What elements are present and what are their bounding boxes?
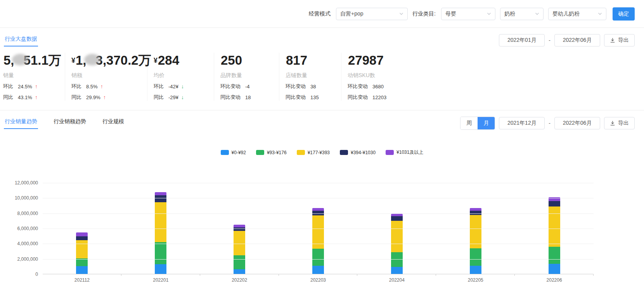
tab-industry-sales-volume-trend[interactable]: 行业销量趋势 (4, 117, 38, 129)
trend-arrow-icon: ↑ (35, 83, 38, 89)
category-level2-select[interactable]: 奶粉 (500, 8, 544, 20)
bar-segment (155, 242, 166, 264)
bar-segment (76, 232, 88, 236)
trend-header: 行业销量趋势 行业销额趋势 行业规模 周 月 2021年12月 - 2022年0… (0, 117, 644, 130)
kpi-label: 销量 (3, 72, 65, 79)
kpi-metric: 环比24.5%↑ (3, 83, 65, 90)
censor-blur (12, 54, 28, 65)
kpi-brand-count: 250 品牌数量 环比变动-4 同比变动18 (214, 53, 279, 101)
bar-segment (155, 264, 166, 274)
legend-item[interactable]: ¥0-¥92 (221, 150, 246, 155)
chevron-down-icon (399, 12, 403, 16)
trend-section: 行业销量趋势 行业销额趋势 行业规模 周 月 2021年12月 - 2022年0… (0, 110, 644, 289)
bar-segment (234, 227, 245, 231)
kpi-metric: 环比变动-4 (220, 83, 279, 90)
y-axis-label: 12,000,000 (0, 180, 38, 186)
trend-export-button[interactable]: 导出 (604, 117, 635, 129)
kpi-label: 店铺数量 (286, 72, 341, 79)
legend-label: ¥93-¥176 (267, 150, 287, 155)
overview-end-date-input[interactable]: 2022年06月 (554, 34, 600, 46)
stacked-bar (234, 225, 245, 274)
trend-end-date-input[interactable]: 2022年06月 (554, 117, 600, 129)
kpi-value: 27987 (348, 53, 466, 70)
bar-segment (391, 216, 403, 221)
legend-label: ¥0-¥92 (232, 150, 246, 155)
bar-segment (312, 249, 324, 266)
category-level1-select[interactable]: 母婴 (441, 8, 495, 20)
filter-bar: 经营模式 自营+pop 行业类目: 母婴 奶粉 婴幼儿奶粉 确定 (0, 0, 644, 28)
x-axis-label: 202112 (43, 277, 121, 283)
kpi-value: 5,51.1万 (3, 53, 65, 70)
overview-export-button[interactable]: 导出 (604, 34, 635, 46)
tab-industry-sales-amount-trend[interactable]: 行业销额趋势 (53, 117, 87, 129)
x-axis-label: 202201 (121, 277, 200, 283)
category-level2-value: 奶粉 (504, 10, 515, 17)
kpi-label: 动销SKU数 (348, 72, 466, 79)
legend-item[interactable]: ¥1031及以上 (386, 149, 423, 156)
bar-segment (76, 240, 88, 258)
kpi-active-sku-count: 27987 动销SKU数 环比变动3680 同比变动12203 (341, 53, 466, 101)
y-axis: 02,000,0004,000,0006,000,0008,000,00010,… (0, 183, 38, 274)
legend-color-chip (256, 150, 264, 155)
stacked-bar (549, 197, 560, 274)
category-level3-select[interactable]: 婴幼儿奶粉 (548, 8, 606, 20)
gridline (43, 183, 594, 183)
legend-item[interactable]: ¥394-¥1030 (340, 150, 376, 155)
category-label: 行业类目: (412, 10, 436, 17)
kpi-metric: 同比-29¥↓ (154, 94, 214, 101)
bar-segment (76, 266, 88, 274)
kpi-metric: 同比43.1%↑ (3, 94, 65, 101)
business-mode-select[interactable]: 自营+pop (336, 8, 408, 20)
kpi-value: 817 (286, 53, 341, 70)
bar-segment (155, 195, 166, 202)
toggle-month[interactable]: 月 (478, 117, 495, 129)
export-label: 导出 (618, 120, 629, 127)
confirm-button[interactable]: 确定 (613, 7, 635, 21)
bar-segment (312, 266, 324, 274)
x-axis-label: 202202 (200, 277, 279, 283)
kpi-value: ¥284 (154, 53, 214, 70)
tab-industry-overview[interactable]: 行业大盘数据 (4, 34, 38, 46)
bar-segment (470, 266, 481, 274)
kpi-sales-amount: ¥1,3,370.2万 销额 环比8.5%↑ 同比29.9%↑ (65, 53, 147, 101)
kpi-metric: 同比变动12203 (348, 94, 466, 101)
gridline (43, 213, 594, 214)
bar-segment (391, 267, 403, 274)
stacked-bar (470, 208, 481, 274)
sales-trend-chart: ¥0-¥92¥93-¥176¥177-¥393¥394-¥1030¥1031及以… (0, 149, 644, 289)
kpi-metric: 环比变动3680 (348, 83, 466, 90)
toggle-week[interactable]: 周 (460, 117, 478, 129)
tab-industry-scale[interactable]: 行业规模 (102, 117, 125, 129)
chart-legend: ¥0-¥92¥93-¥176¥177-¥393¥394-¥1030¥1031及以… (0, 149, 644, 156)
stacked-bar (155, 192, 166, 274)
bar-segment (155, 192, 166, 196)
legend-color-chip (297, 150, 305, 155)
gridline (43, 244, 594, 244)
kpi-label: 均价 (154, 72, 214, 79)
bar-segment (234, 231, 245, 255)
overview-start-date-input[interactable]: 2022年01月 (499, 34, 545, 46)
kpi-metric: 同比变动18 (220, 94, 279, 101)
legend-item[interactable]: ¥93-¥176 (256, 150, 287, 155)
export-label: 导出 (618, 37, 629, 44)
trend-start-date-input[interactable]: 2021年12月 (499, 117, 545, 129)
gridline (43, 259, 594, 260)
download-icon (610, 120, 615, 126)
bar-segment (312, 208, 324, 211)
plot-area: 2021122022012022022022032022042022052022… (43, 183, 594, 274)
kpi-label: 品牌数量 (220, 72, 279, 79)
censor-blur (84, 54, 100, 65)
kpi-metric: 同比变动135 (286, 94, 341, 101)
category-level1-value: 母婴 (445, 10, 456, 17)
x-axis-label: 202204 (357, 277, 436, 283)
bar-segment (391, 252, 403, 267)
bar-segment (76, 258, 88, 267)
kpi-row: 5,51.1万 销量 环比24.5%↑ 同比43.1%↑ ¥1,3,370.2万… (0, 46, 644, 108)
legend-item[interactable]: ¥177-¥393 (297, 150, 330, 155)
kpi-metric: 同比29.9%↑ (71, 94, 147, 101)
y-axis-label: 6,000,000 (0, 226, 38, 231)
kpi-metric: 环比8.5%↑ (71, 83, 147, 90)
kpi-average-price: ¥284 均价 环比-42¥↓ 同比-29¥↓ (147, 53, 214, 101)
business-mode-label: 经营模式 (309, 10, 331, 17)
bar-segment (549, 264, 560, 274)
